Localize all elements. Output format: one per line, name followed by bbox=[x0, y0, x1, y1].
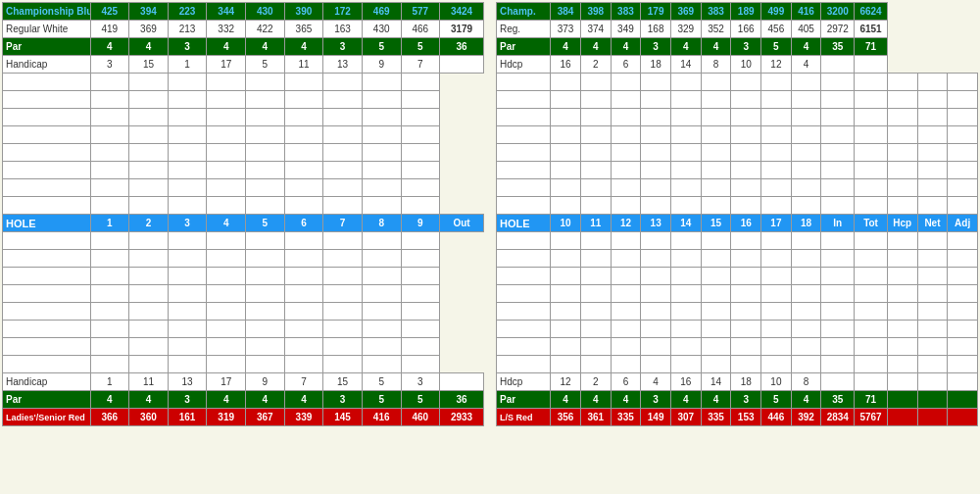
cell: Hcp bbox=[887, 215, 917, 232]
cell: 12 bbox=[761, 56, 792, 74]
front9-table: Championship Blue42539422334443039017246… bbox=[2, 2, 484, 426]
cell: 366 bbox=[90, 409, 129, 426]
cell: 6 bbox=[611, 373, 641, 391]
empty-cell bbox=[497, 268, 551, 285]
empty-cell bbox=[401, 338, 440, 356]
cell: 10 bbox=[731, 56, 761, 74]
empty-cell bbox=[731, 162, 761, 179]
empty-cell bbox=[670, 126, 701, 144]
empty-cell bbox=[791, 91, 821, 109]
empty-cell bbox=[887, 162, 917, 179]
empty-cell bbox=[551, 91, 581, 109]
cell: 5767 bbox=[855, 409, 888, 426]
cell: 4 bbox=[551, 38, 581, 56]
cell: 223 bbox=[168, 3, 207, 21]
cell bbox=[948, 391, 978, 409]
empty-cell bbox=[551, 356, 581, 373]
empty-cell bbox=[168, 109, 207, 126]
cell bbox=[917, 373, 948, 391]
empty-cell bbox=[168, 144, 207, 162]
empty-cell bbox=[611, 250, 641, 268]
cell: 161 bbox=[168, 409, 207, 426]
cell: 15 bbox=[129, 56, 169, 74]
empty-cell bbox=[497, 285, 551, 303]
empty-cell bbox=[401, 321, 440, 338]
empty-cell bbox=[821, 338, 855, 356]
cell: 344 bbox=[207, 3, 246, 21]
empty-cell bbox=[948, 338, 978, 356]
empty-cell bbox=[821, 74, 855, 91]
empty-cell bbox=[917, 109, 948, 126]
empty-cell bbox=[611, 144, 641, 162]
empty-cell bbox=[551, 303, 581, 321]
row-label: Championship Blue bbox=[3, 3, 91, 21]
empty-cell bbox=[611, 179, 641, 197]
cell: 460 bbox=[401, 409, 440, 426]
cell: 390 bbox=[284, 3, 323, 21]
cell: 3 bbox=[90, 56, 129, 74]
empty-cell bbox=[821, 321, 855, 338]
empty-cell bbox=[641, 232, 671, 250]
empty-cell bbox=[129, 338, 169, 356]
empty-cell bbox=[670, 144, 701, 162]
empty-cell bbox=[168, 303, 207, 321]
cell: 3 bbox=[401, 373, 440, 391]
empty-cell bbox=[129, 126, 169, 144]
empty-cell bbox=[284, 91, 323, 109]
cell: 10 bbox=[761, 373, 792, 391]
empty-cell bbox=[731, 250, 761, 268]
cell: 4 bbox=[129, 38, 169, 56]
cell: 352 bbox=[701, 21, 731, 38]
empty-cell bbox=[731, 285, 761, 303]
empty-cell bbox=[641, 126, 671, 144]
empty-cell bbox=[246, 126, 285, 144]
cell: 3 bbox=[323, 391, 363, 409]
empty-cell bbox=[701, 232, 731, 250]
empty-cell bbox=[90, 109, 129, 126]
empty-cell bbox=[670, 179, 701, 197]
empty-cell bbox=[791, 74, 821, 91]
cell: 5 bbox=[401, 391, 440, 409]
empty-cell bbox=[948, 321, 978, 338]
empty-cell bbox=[701, 285, 731, 303]
cell: 356 bbox=[551, 409, 581, 426]
empty-cell bbox=[551, 74, 581, 91]
empty-cell bbox=[580, 179, 611, 197]
empty-cell bbox=[246, 144, 285, 162]
empty-cell bbox=[917, 91, 948, 109]
cell: 8 bbox=[362, 215, 401, 232]
cell: 373 bbox=[551, 21, 581, 38]
cell: 163 bbox=[323, 21, 363, 38]
cell bbox=[917, 409, 948, 426]
cell: 168 bbox=[641, 21, 671, 38]
empty-cell bbox=[401, 179, 440, 197]
cell: 17 bbox=[207, 373, 246, 391]
empty-cell bbox=[887, 91, 917, 109]
empty-cell bbox=[701, 126, 731, 144]
empty-cell bbox=[284, 268, 323, 285]
empty-cell bbox=[323, 285, 363, 303]
empty-cell bbox=[887, 321, 917, 338]
empty-cell bbox=[246, 179, 285, 197]
empty-cell bbox=[887, 144, 917, 162]
cell: 9 bbox=[246, 373, 285, 391]
empty-cell bbox=[284, 126, 323, 144]
cell: 13 bbox=[168, 373, 207, 391]
empty-cell bbox=[284, 356, 323, 373]
empty-cell bbox=[761, 303, 792, 321]
empty-cell bbox=[641, 109, 671, 126]
cell: 11 bbox=[580, 215, 611, 232]
cell: 3424 bbox=[440, 3, 484, 21]
row-label: Handicap bbox=[3, 56, 91, 74]
empty-cell bbox=[670, 338, 701, 356]
empty-cell bbox=[3, 162, 91, 179]
empty-cell bbox=[948, 91, 978, 109]
empty-cell bbox=[580, 338, 611, 356]
empty-cell bbox=[207, 74, 246, 91]
empty-cell bbox=[670, 197, 701, 215]
cell bbox=[917, 391, 948, 409]
empty-cell bbox=[401, 232, 440, 250]
empty-cell bbox=[323, 250, 363, 268]
row-label: Handicap bbox=[3, 373, 91, 391]
cell: 18 bbox=[641, 56, 671, 74]
